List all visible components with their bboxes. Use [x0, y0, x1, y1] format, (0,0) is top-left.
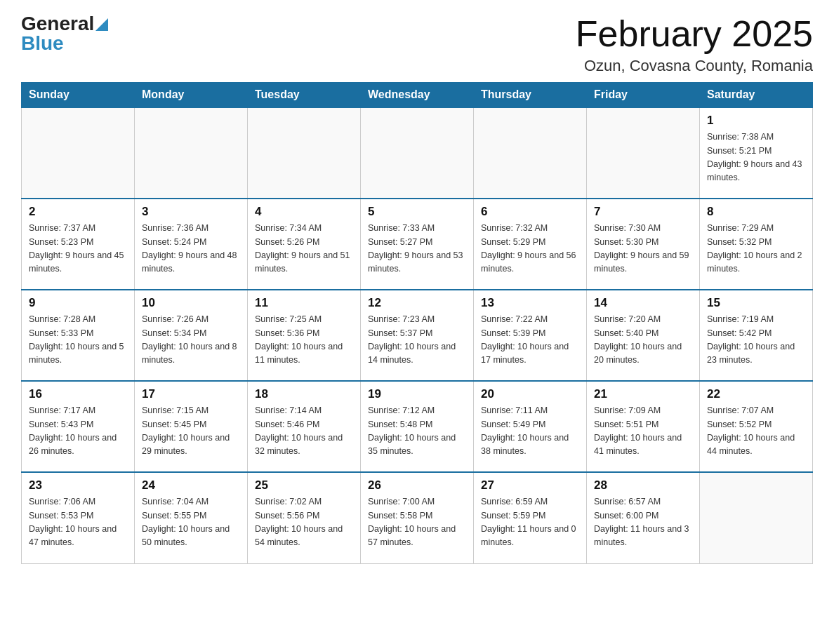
calendar-week-2: 2Sunrise: 7:37 AMSunset: 5:23 PMDaylight…	[22, 199, 813, 290]
calendar-cell	[587, 107, 700, 199]
day-number: 26	[368, 478, 466, 492]
calendar-cell	[361, 107, 474, 199]
calendar-cell: 26Sunrise: 7:00 AMSunset: 5:58 PMDayligh…	[361, 472, 474, 563]
day-info: Sunrise: 7:12 AMSunset: 5:48 PMDaylight:…	[368, 404, 466, 459]
weekday-header-saturday: Saturday	[700, 83, 813, 108]
day-info: Sunrise: 7:14 AMSunset: 5:46 PMDaylight:…	[255, 404, 353, 459]
logo-triangle-icon	[95, 18, 108, 31]
day-number: 11	[255, 296, 353, 310]
calendar-table: SundayMondayTuesdayWednesdayThursdayFrid…	[21, 82, 813, 564]
day-number: 12	[368, 296, 466, 310]
calendar-week-1: 1Sunrise: 7:38 AMSunset: 5:21 PMDaylight…	[22, 107, 813, 199]
day-info: Sunrise: 7:04 AMSunset: 5:55 PMDaylight:…	[142, 495, 240, 550]
calendar-cell: 5Sunrise: 7:33 AMSunset: 5:27 PMDaylight…	[361, 199, 474, 290]
day-number: 18	[255, 387, 353, 401]
calendar-cell	[248, 107, 361, 199]
day-info: Sunrise: 7:22 AMSunset: 5:39 PMDaylight:…	[481, 313, 579, 368]
day-number: 10	[142, 296, 240, 310]
calendar-cell: 10Sunrise: 7:26 AMSunset: 5:34 PMDayligh…	[135, 290, 248, 381]
location-subtitle: Ozun, Covasna County, Romania	[576, 57, 813, 75]
calendar-week-3: 9Sunrise: 7:28 AMSunset: 5:33 PMDaylight…	[22, 290, 813, 381]
day-info: Sunrise: 7:28 AMSunset: 5:33 PMDaylight:…	[29, 313, 127, 368]
title-block: February 2025 Ozun, Covasna County, Roma…	[576, 14, 813, 75]
calendar-cell	[22, 107, 135, 199]
day-info: Sunrise: 7:09 AMSunset: 5:51 PMDaylight:…	[594, 404, 692, 459]
calendar-cell: 25Sunrise: 7:02 AMSunset: 5:56 PMDayligh…	[248, 472, 361, 563]
calendar-cell: 23Sunrise: 7:06 AMSunset: 5:53 PMDayligh…	[22, 472, 135, 563]
calendar-cell: 8Sunrise: 7:29 AMSunset: 5:32 PMDaylight…	[700, 199, 813, 290]
day-number: 8	[707, 205, 805, 219]
day-info: Sunrise: 7:33 AMSunset: 5:27 PMDaylight:…	[368, 222, 466, 276]
day-number: 13	[481, 296, 579, 310]
calendar-cell	[700, 472, 813, 563]
calendar-body: 1Sunrise: 7:38 AMSunset: 5:21 PMDaylight…	[22, 107, 813, 563]
month-title: February 2025	[576, 14, 813, 54]
day-number: 19	[368, 387, 466, 401]
weekday-header-wednesday: Wednesday	[361, 83, 474, 108]
day-info: Sunrise: 7:34 AMSunset: 5:26 PMDaylight:…	[255, 222, 353, 276]
calendar-header: SundayMondayTuesdayWednesdayThursdayFrid…	[22, 83, 813, 108]
day-info: Sunrise: 7:15 AMSunset: 5:45 PMDaylight:…	[142, 404, 240, 459]
calendar-cell: 12Sunrise: 7:23 AMSunset: 5:37 PMDayligh…	[361, 290, 474, 381]
calendar-cell: 15Sunrise: 7:19 AMSunset: 5:42 PMDayligh…	[700, 290, 813, 381]
svg-marker-0	[95, 18, 108, 31]
day-number: 25	[255, 478, 353, 492]
calendar-cell: 27Sunrise: 6:59 AMSunset: 5:59 PMDayligh…	[474, 472, 587, 563]
day-number: 23	[29, 478, 127, 492]
day-info: Sunrise: 7:37 AMSunset: 5:23 PMDaylight:…	[29, 222, 127, 276]
day-number: 14	[594, 296, 692, 310]
day-number: 9	[29, 296, 127, 310]
calendar-cell: 4Sunrise: 7:34 AMSunset: 5:26 PMDaylight…	[248, 199, 361, 290]
day-info: Sunrise: 7:32 AMSunset: 5:29 PMDaylight:…	[481, 222, 579, 276]
calendar-cell: 18Sunrise: 7:14 AMSunset: 5:46 PMDayligh…	[248, 381, 361, 472]
calendar-cell	[135, 107, 248, 199]
day-info: Sunrise: 7:29 AMSunset: 5:32 PMDaylight:…	[707, 222, 805, 276]
day-info: Sunrise: 7:07 AMSunset: 5:52 PMDaylight:…	[707, 404, 805, 459]
day-info: Sunrise: 7:36 AMSunset: 5:24 PMDaylight:…	[142, 222, 240, 276]
page-header: General Blue February 2025 Ozun, Covasna…	[21, 14, 813, 75]
calendar-cell: 21Sunrise: 7:09 AMSunset: 5:51 PMDayligh…	[587, 381, 700, 472]
day-number: 28	[594, 478, 692, 492]
calendar-cell: 3Sunrise: 7:36 AMSunset: 5:24 PMDaylight…	[135, 199, 248, 290]
day-info: Sunrise: 7:17 AMSunset: 5:43 PMDaylight:…	[29, 404, 127, 459]
day-number: 7	[594, 205, 692, 219]
calendar-cell: 19Sunrise: 7:12 AMSunset: 5:48 PMDayligh…	[361, 381, 474, 472]
day-number: 2	[29, 205, 127, 219]
day-info: Sunrise: 7:20 AMSunset: 5:40 PMDaylight:…	[594, 313, 692, 368]
calendar-week-5: 23Sunrise: 7:06 AMSunset: 5:53 PMDayligh…	[22, 472, 813, 563]
day-number: 27	[481, 478, 579, 492]
calendar-cell: 22Sunrise: 7:07 AMSunset: 5:52 PMDayligh…	[700, 381, 813, 472]
day-number: 22	[707, 387, 805, 401]
day-number: 17	[142, 387, 240, 401]
logo-blue-text: Blue	[21, 34, 64, 53]
day-number: 20	[481, 387, 579, 401]
weekday-header-sunday: Sunday	[22, 83, 135, 108]
day-number: 1	[707, 114, 805, 128]
calendar-cell: 1Sunrise: 7:38 AMSunset: 5:21 PMDaylight…	[700, 107, 813, 199]
day-number: 3	[142, 205, 240, 219]
day-info: Sunrise: 7:06 AMSunset: 5:53 PMDaylight:…	[29, 495, 127, 550]
day-info: Sunrise: 7:30 AMSunset: 5:30 PMDaylight:…	[594, 222, 692, 276]
day-info: Sunrise: 6:57 AMSunset: 6:00 PMDaylight:…	[594, 495, 692, 550]
day-info: Sunrise: 7:23 AMSunset: 5:37 PMDaylight:…	[368, 313, 466, 368]
day-info: Sunrise: 6:59 AMSunset: 5:59 PMDaylight:…	[481, 495, 579, 550]
logo: General Blue	[21, 14, 108, 53]
calendar-cell: 6Sunrise: 7:32 AMSunset: 5:29 PMDaylight…	[474, 199, 587, 290]
day-number: 6	[481, 205, 579, 219]
weekday-header-row: SundayMondayTuesdayWednesdayThursdayFrid…	[22, 83, 813, 108]
day-number: 21	[594, 387, 692, 401]
weekday-header-tuesday: Tuesday	[248, 83, 361, 108]
day-number: 15	[707, 296, 805, 310]
calendar-cell: 7Sunrise: 7:30 AMSunset: 5:30 PMDaylight…	[587, 199, 700, 290]
calendar-cell: 2Sunrise: 7:37 AMSunset: 5:23 PMDaylight…	[22, 199, 135, 290]
calendar-cell: 17Sunrise: 7:15 AMSunset: 5:45 PMDayligh…	[135, 381, 248, 472]
calendar-cell: 11Sunrise: 7:25 AMSunset: 5:36 PMDayligh…	[248, 290, 361, 381]
day-number: 16	[29, 387, 127, 401]
day-number: 4	[255, 205, 353, 219]
day-number: 24	[142, 478, 240, 492]
weekday-header-friday: Friday	[587, 83, 700, 108]
calendar-cell: 14Sunrise: 7:20 AMSunset: 5:40 PMDayligh…	[587, 290, 700, 381]
calendar-cell: 28Sunrise: 6:57 AMSunset: 6:00 PMDayligh…	[587, 472, 700, 563]
day-number: 5	[368, 205, 466, 219]
day-info: Sunrise: 7:26 AMSunset: 5:34 PMDaylight:…	[142, 313, 240, 368]
